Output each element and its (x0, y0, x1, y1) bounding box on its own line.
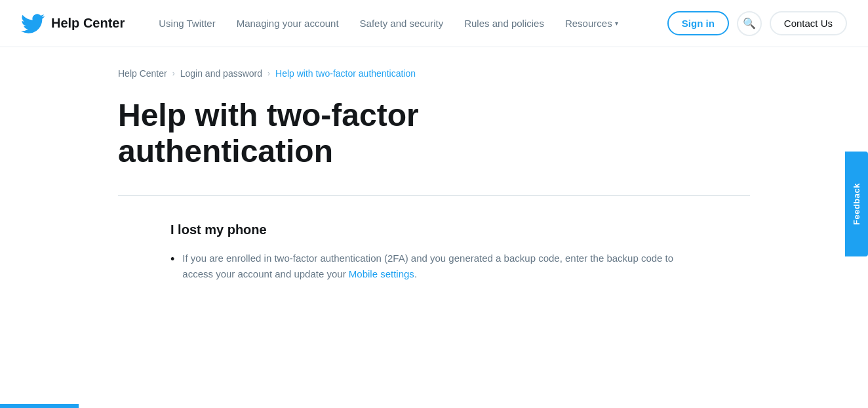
header-actions: Sign in 🔍 Contact Us (667, 11, 847, 36)
breadcrumb-separator-1: › (172, 69, 175, 78)
content-divider (118, 195, 750, 196)
breadcrumb: Help Center › Login and password › Help … (118, 68, 750, 79)
nav-rules-policies[interactable]: Rules and policies (454, 18, 555, 29)
feedback-tab-container[interactable]: Feedback (845, 152, 868, 256)
list-item: If you are enrolled in two-factor authen… (170, 251, 698, 282)
search-icon: 🔍 (743, 17, 756, 30)
nav-resources[interactable]: Resources ▾ (555, 18, 629, 29)
feedback-button[interactable]: Feedback (845, 152, 868, 256)
main-nav: Using Twitter Managing your account Safe… (148, 18, 667, 29)
logo-link[interactable]: Help Center (21, 12, 125, 35)
search-button[interactable]: 🔍 (737, 11, 762, 36)
main-content: Help Center › Login and password › Help … (87, 47, 781, 311)
breadcrumb-separator-2: › (267, 69, 270, 78)
site-title: Help Center (51, 16, 125, 31)
mobile-settings-link[interactable]: Mobile settings (349, 268, 414, 279)
header: Help Center Using Twitter Managing your … (0, 0, 868, 47)
breadcrumb-current: Help with two-factor authentication (275, 68, 416, 79)
nav-using-twitter[interactable]: Using Twitter (148, 18, 226, 29)
chevron-down-icon: ▾ (615, 20, 618, 27)
breadcrumb-login[interactable]: Login and password (180, 68, 262, 79)
sign-in-button[interactable]: Sign in (667, 11, 729, 35)
twitter-logo-icon (21, 12, 45, 35)
nav-managing-account[interactable]: Managing your account (226, 18, 349, 29)
bullet-text: If you are enrolled in two-factor authen… (182, 251, 698, 282)
section-title: I lost my phone (170, 222, 698, 237)
bullet-list: If you are enrolled in two-factor authen… (170, 251, 698, 282)
nav-safety-security[interactable]: Safety and security (349, 18, 454, 29)
contact-us-button[interactable]: Contact Us (770, 11, 847, 35)
article-body: I lost my phone If you are enrolled in t… (118, 222, 750, 282)
page-title: Help with two-factor authentication (118, 97, 577, 169)
breadcrumb-home[interactable]: Help Center (118, 68, 167, 79)
